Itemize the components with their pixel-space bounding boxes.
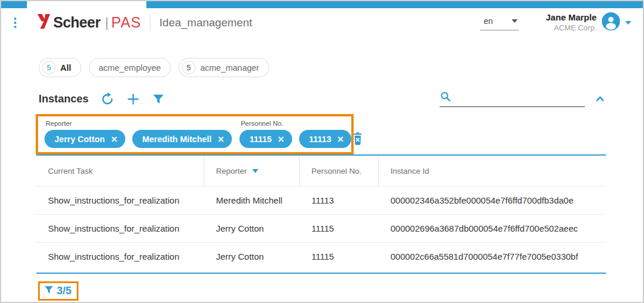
cell-reporter: Jerry Cotton (204, 223, 300, 233)
cell-current-task: Show_instructions_for_realization (36, 195, 204, 205)
filter-icon (44, 285, 54, 297)
table-row[interactable]: Show_instructions_for_realization Jerry … (36, 242, 606, 270)
filter-chip-jerry-cotton[interactable]: Jerry Cotton ✕ (44, 130, 125, 148)
table-row[interactable]: Show_instructions_for_realization Jerry … (36, 214, 606, 242)
add-instance-icon[interactable] (126, 92, 140, 106)
role-filter-chips: 5 All acme_employee 5 acme_manager (39, 58, 643, 77)
cell-instance-id: 000002346a352bfe000054e7f6ffd700dfb3da0e (379, 195, 606, 205)
cell-reporter: Meredith Mitchell (204, 195, 300, 205)
remove-chip-icon[interactable]: ✕ (111, 135, 118, 143)
cell-reporter: Jerry Cotton (204, 252, 300, 261)
filter-chip-11115[interactable]: 11115 ✕ (239, 130, 292, 148)
filter-count-text: 3/5 (57, 285, 71, 297)
instances-toolbar: Instances (39, 91, 606, 107)
filter-chip-meredith-mitchell[interactable]: Meredith Mitchell ✕ (132, 130, 232, 148)
instances-title: Instances (39, 92, 88, 105)
role-chip-count: 5 (182, 61, 196, 74)
table-row[interactable]: Show_instructions_for_realization Meredi… (36, 186, 606, 214)
app-title: Idea_management (159, 16, 252, 29)
cell-personnel-no: 11115 (300, 223, 379, 233)
user-organization: ACME Corp. (546, 23, 597, 33)
role-chip-acme-employee[interactable]: acme_employee (89, 58, 171, 77)
cell-instance-id: 000002c66a5581d7000054e7f77fe7005e0330bf (379, 252, 606, 261)
filter-group-reporter: Reporter Jerry Cotton ✕ Meredith Mitchel… (44, 119, 232, 148)
language-select[interactable]: en (480, 15, 519, 30)
role-chip-acme-manager[interactable]: 5 acme_manager (179, 58, 269, 77)
role-chip-all[interactable]: 5 All (39, 58, 81, 77)
remove-chip-icon[interactable]: ✕ (278, 135, 285, 143)
topbar-notch (27, 1, 146, 8)
search-area (440, 91, 606, 107)
column-header-current-task[interactable]: Current Task (36, 156, 204, 186)
filter-group-label: Personnel No. (241, 120, 351, 127)
collapse-chevron-up-icon[interactable] (594, 93, 606, 105)
search-icon (440, 91, 451, 105)
role-chip-label: acme_employee (99, 63, 161, 73)
column-header-instance-id[interactable]: Instance Id (379, 156, 606, 186)
filter-chip-text: Jerry Cotton (54, 135, 105, 144)
header: Scheer | PAS Idea_management en Jane Mar… (1, 8, 643, 37)
scheer-pas-logo: Scheer | PAS (37, 13, 141, 32)
chevron-down-icon (625, 21, 631, 25)
column-header-personnel-no[interactable]: Personnel No. (300, 156, 379, 186)
top-accent-bar (1, 1, 643, 8)
cell-personnel-no: 11115 (300, 252, 379, 261)
product-name: PAS (111, 14, 141, 31)
filter-group-personnel-no: Personnel No. 11115 ✕ 11113 ✕ (239, 119, 351, 148)
search-box[interactable] (440, 91, 585, 107)
scheer-logo-mark-icon (37, 13, 53, 32)
brand-name: Scheer (53, 14, 100, 31)
refresh-icon[interactable] (101, 92, 114, 106)
filter-chip-11113[interactable]: 11113 ✕ (299, 130, 352, 148)
avatar (602, 12, 620, 33)
chevron-down-icon (512, 19, 518, 23)
remove-chip-icon[interactable]: ✕ (337, 135, 344, 143)
logo-separator: | (105, 15, 108, 30)
user-menu[interactable]: Jane Marple ACME Corp. (546, 12, 631, 33)
cell-current-task: Show_instructions_for_realization (36, 252, 204, 261)
column-header-reporter[interactable]: Reporter (204, 156, 300, 186)
filter-icon[interactable] (152, 93, 165, 105)
active-filters-panel: Reporter Jerry Cotton ✕ Meredith Mitchel… (36, 114, 354, 154)
kebab-menu-icon[interactable] (9, 18, 21, 28)
cell-instance-id: 000002696a3687db000054e7f6ffd700e502aeec (379, 223, 606, 233)
role-chip-count: 5 (42, 61, 56, 74)
search-input[interactable] (456, 95, 585, 105)
cell-current-task: Show_instructions_for_realization (36, 223, 204, 233)
filter-chip-text: Meredith Mitchell (142, 135, 211, 144)
role-chip-label: acme_manager (200, 63, 259, 73)
filter-count-badge[interactable]: 3/5 (38, 281, 78, 301)
user-info: Jane Marple ACME Corp. (546, 12, 597, 33)
filter-group-label: Reporter (46, 120, 232, 127)
instances-table: Current Task Reporter Personnel No. Inst… (36, 154, 606, 274)
header-divider (150, 15, 150, 31)
role-chip-label: All (60, 63, 71, 73)
app-window: Scheer | PAS Idea_management en Jane Mar… (0, 0, 644, 303)
remove-chip-icon[interactable]: ✕ (217, 135, 224, 143)
user-name: Jane Marple (546, 12, 597, 23)
language-value: en (484, 16, 493, 26)
filter-chip-text: 11113 (309, 135, 331, 144)
cell-personnel-no: 11113 (300, 195, 379, 205)
sort-desc-icon (252, 169, 258, 173)
filter-chip-text: 11115 (249, 135, 272, 144)
table-header-row: Current Task Reporter Personnel No. Inst… (36, 156, 606, 186)
clear-all-filters-icon[interactable] (351, 132, 364, 146)
